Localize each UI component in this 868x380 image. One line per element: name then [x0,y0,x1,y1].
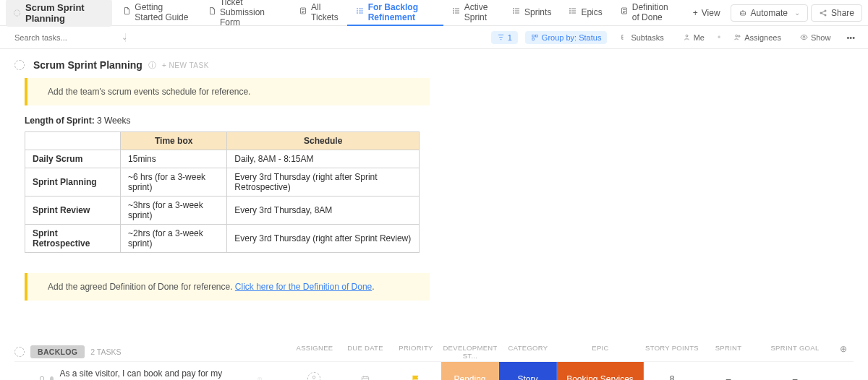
assignees-chip[interactable]: Assignees [728,31,787,44]
main-content: Scrum Sprint Planning ⓘ + NEW TASK Add t… [0,49,868,380]
svg-point-28 [803,36,805,38]
svg-point-8 [514,9,514,9]
schedule-row-schedule: Daily, 8AM - 8:15AM [227,150,420,168]
callout-schedule-text: Add the team's scrum events schedule for… [48,87,250,97]
tab-sprints[interactable]: Sprints [503,0,560,26]
note-icon[interactable] [257,375,263,380]
add-view-button[interactable]: + View [686,5,728,21]
cell-sprint-goal[interactable]: – [757,362,833,380]
col-sprint-goal[interactable]: SPRINT GOAL [757,344,833,360]
col-due[interactable]: DUE DATE [340,344,391,360]
svg-point-13 [570,13,571,14]
tab-active-sprint[interactable]: Active Sprint [443,0,503,26]
column-headers: ASSIGNEE DUE DATE PRIORITY DEVELOPMENT S… [289,344,854,360]
col-dev-status[interactable]: DEVELOPMENT ST... [441,344,499,360]
svg-point-6 [453,11,454,12]
tab-ticket-submission-form[interactable]: Ticket Submission Form [199,0,290,26]
add-column-button[interactable]: ⊕ [833,344,854,360]
col-epic[interactable]: EPIC [557,344,644,360]
new-task-button[interactable]: + NEW TASK [162,61,209,69]
assignees-label: Assignees [744,33,781,42]
cell-epic[interactable]: Booking Services [557,362,644,380]
chevron-down-icon: ⌄ [794,9,800,17]
me-chip[interactable]: Me [677,31,710,44]
schedule-row: Daily Scrum15minsDaily, 8AM - 8:15AM [25,150,420,168]
svg-point-26 [736,35,738,37]
svg-point-4 [357,13,357,14]
dod-link[interactable]: Click here for the Definition of Done [235,282,372,292]
cell-story-points[interactable]: 8 [644,362,700,380]
tab-for-backlog-refinement[interactable]: For Backlog Refinement [347,0,443,26]
people-icon [733,33,741,41]
tab-all-tickets[interactable]: All Tickets [290,0,347,26]
tab-label: All Tickets [311,2,339,22]
svg-point-3 [357,11,357,12]
svg-point-19 [825,10,826,12]
doc-title-row: Scrum Sprint Planning ⓘ + NEW TASK [14,59,854,71]
plus-icon: + [693,8,698,18]
status-circle-icon[interactable] [14,60,25,70]
svg-rect-22 [532,35,535,37]
task-row[interactable]: As a site visitor, I can book and pay fo… [14,361,854,380]
backlog-collapse-icon[interactable] [14,347,25,357]
schedule-row-timebox: ~3hrs (for a 3-week sprint) [121,197,227,225]
more-menu[interactable]: ••• [843,31,858,44]
schedule-row: Sprint Review~3hrs (for a 3-week sprint)… [25,197,420,225]
cell-due[interactable] [340,362,391,380]
col-assignee[interactable]: ASSIGNEE [289,344,340,360]
search-dropdown-icon[interactable]: ⌄ [122,33,127,41]
col-story-points[interactable]: STORY POINTS [644,344,700,360]
col-category[interactable]: CATEGORY [499,344,557,360]
group-by-chip[interactable]: Group by: Status [525,31,608,44]
project-title: Scrum Sprint Planning [25,2,105,24]
task-cells: +PendingStoryBooking Services8–– [289,362,854,380]
task-left: As a site visitor, I can book and pay fo… [9,362,263,380]
schedule-row-timebox: ~6 hrs (for a 3-week sprint) [121,168,227,197]
share-button[interactable]: Share [811,4,862,22]
filter-chip[interactable]: 1 [491,31,518,44]
cell-category[interactable]: Story [499,362,557,380]
tab-getting-started-guide[interactable]: Getting Started Guide [114,0,199,26]
tab-label: Sprints [524,7,551,17]
col-sprint[interactable]: SPRINT [700,344,757,360]
task-status-dot[interactable] [50,376,54,380]
callout-dod: Add the agreed Definition of Done for re… [25,273,430,301]
project-chip[interactable]: Scrum Sprint Planning [6,0,112,27]
backlog-status-pill[interactable]: BACKLOG [30,345,85,358]
tab-icon [452,7,461,17]
svg-point-2 [357,9,357,9]
schedule-row-schedule: Every 3rd Thursday, 8AM [227,197,420,225]
person-icon [309,373,319,380]
search-input[interactable] [14,33,114,42]
subtasks-chip[interactable]: Subtasks [614,31,669,44]
cell-sprint[interactable]: – [700,362,757,380]
add-view-label: View [702,8,720,18]
cell-assignee[interactable]: + [289,362,340,380]
svg-point-5 [453,9,454,9]
cell-priority[interactable] [391,362,441,380]
schedule-row: Sprint Retrospective~2hrs (for a 3-week … [25,225,420,253]
calendar-icon [360,374,370,380]
svg-point-16 [741,13,742,14]
schedule-row-name: Daily Scrum [25,150,121,168]
col-priority[interactable]: PRIORITY [391,344,441,360]
length-value: 3 Weeks [95,116,131,126]
search-wrap: ⌄ [10,33,126,42]
task-checkbox[interactable] [40,376,44,380]
tab-label: Getting Started Guide [135,2,190,22]
automate-label: Automate [751,8,788,18]
tab-epics[interactable]: Epics [560,0,610,26]
svg-point-27 [739,35,740,37]
task-title[interactable]: As a site visitor, I can book and pay fo… [59,365,247,380]
cell-dev-status[interactable]: Pending [441,362,499,380]
tab-icon [122,7,131,17]
show-chip[interactable]: Show [794,31,837,44]
info-icon[interactable]: ⓘ [148,60,156,71]
svg-rect-23 [535,35,537,37]
automate-button[interactable]: Automate ⌄ [731,4,808,22]
cell-more[interactable] [833,362,854,380]
sub-nav: ⌄ 1 Group by: Status Subtasks Me • Assig… [0,26,868,49]
tab-definition-of-done[interactable]: Definition of Done [611,0,686,26]
svg-point-9 [514,11,514,12]
backlog-section: BACKLOG 2 TASKS ASSIGNEE DUE DATE PRIORI… [14,342,854,380]
